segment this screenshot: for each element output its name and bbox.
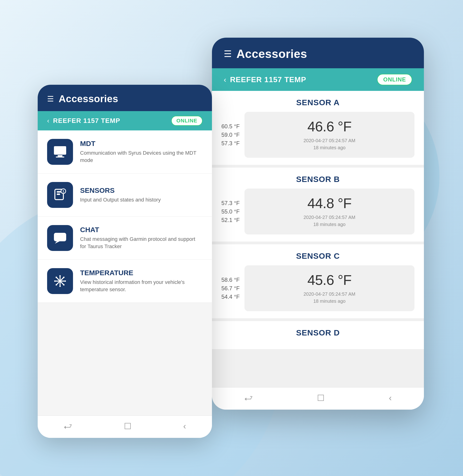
temperature-icon (53, 274, 67, 288)
temperature-desc: View historical information from your ve… (80, 279, 203, 293)
sensor-c-val-3: 54.4 °F (221, 294, 240, 300)
temperature-icon-wrap (47, 268, 73, 294)
front-nav-icon-home[interactable]: ☐ (124, 421, 131, 431)
front-bottom-nav: ⮐ ☐ ‹ (38, 415, 212, 438)
front-app-header: ☰ Accessories (38, 85, 212, 111)
mdt-text: MDT Communication with Syrus Devices usi… (80, 140, 203, 164)
phones-container: ☰ Accessories ‹ REEFER 1157 TEMP ONLINE … (38, 38, 424, 438)
sensor-c-row: 58.6 °F 56.7 °F 54.4 °F 45.6 °F 2020-04-… (212, 265, 424, 311)
front-sub-header: ‹ REEFER 1157 TEMP ONLINE (38, 111, 212, 130)
back-app-header: ☰ Accessories (212, 38, 424, 68)
menu-item-sensors[interactable]: 1 SENSORS Input and Output states and hi… (38, 174, 212, 217)
back-bottom-nav: ⮐ ☐ ‹ (212, 387, 424, 410)
mdt-desc: Communication with Syrus Devices using t… (80, 150, 203, 164)
sensor-b-timestamp: 2020-04-27 05:24:57 AM 18 minutes ago (249, 214, 410, 228)
mdt-name: MDT (80, 140, 203, 148)
back-nav-icon-recent[interactable]: ⮐ (244, 393, 253, 403)
sensor-b-title: SENSOR B (212, 175, 424, 184)
sensor-c-values: 58.6 °F 56.7 °F 54.4 °F (221, 277, 240, 300)
phone-back: ☰ Accessories ‹ REEFER 1157 TEMP ONLINE … (212, 38, 424, 410)
sensor-b-temp: 44.8 °F (249, 195, 410, 212)
sensor-d-title: SENSOR D (212, 328, 424, 337)
front-nav-arrow[interactable]: ‹ (47, 117, 49, 124)
svg-point-18 (59, 275, 61, 277)
svg-point-10 (56, 236, 58, 238)
front-header-title: Accessories (59, 93, 118, 105)
front-menu-list: MDT Communication with Syrus Devices usi… (38, 130, 212, 415)
chat-name: CHAT (80, 226, 203, 234)
svg-point-22 (56, 277, 57, 278)
front-nav-icon-back[interactable]: ‹ (183, 421, 186, 431)
mdt-icon-wrap (47, 139, 73, 165)
back-device-name: REEFER 1157 TEMP (230, 75, 306, 84)
svg-point-19 (59, 286, 61, 287)
sensor-b-row: 57.3 °F 55.0 °F 52.1 °F 44.8 °F 2020-04-… (212, 189, 424, 234)
svg-point-21 (64, 280, 66, 282)
sensor-c-title: SENSOR C (212, 251, 424, 261)
sensor-d-section: SENSOR D (212, 321, 424, 349)
back-sub-header: ‹ REEFER 1157 TEMP ONLINE (212, 68, 424, 91)
chat-desc: Chat messaging with Garmin protocol and … (80, 236, 203, 250)
sensor-b-section: SENSOR B 57.3 °F 55.0 °F 52.1 °F 44.8 °F… (212, 167, 424, 242)
svg-rect-1 (58, 155, 62, 157)
sensors-desc: Input and Output states and history (80, 196, 203, 204)
sensor-a-values: 60.5 °F 59.0 °F 57.3 °F (221, 123, 240, 147)
sensor-b-reading: 44.8 °F 2020-04-27 05:24:57 AM 18 minute… (244, 189, 414, 234)
sensor-a-val-2: 59.0 °F (221, 132, 240, 138)
back-header-title: Accessories (236, 47, 307, 61)
sensors-icon-wrap: 1 (47, 182, 73, 208)
svg-text:1: 1 (62, 189, 64, 193)
back-nav-icon-home[interactable]: ☐ (317, 393, 325, 403)
front-online-badge: ONLINE (171, 116, 203, 126)
sensor-c-val-1: 58.6 °F (221, 277, 240, 283)
svg-point-25 (56, 284, 57, 286)
back-sub-header-left: ‹ REEFER 1157 TEMP (224, 75, 306, 84)
sensor-b-values: 57.3 °F 55.0 °F 52.1 °F (221, 200, 240, 223)
svg-point-20 (54, 280, 56, 282)
svg-point-23 (63, 284, 64, 286)
svg-point-24 (63, 277, 64, 278)
menu-item-chat[interactable]: CHAT Chat messaging with Garmin protocol… (38, 217, 212, 260)
sensor-a-row: 60.5 °F 59.0 °F 57.3 °F 46.6 °F 2020-04-… (212, 112, 424, 158)
back-nav-arrow[interactable]: ‹ (224, 75, 226, 84)
chat-icon-wrap (47, 225, 73, 251)
sensor-c-temp: 45.6 °F (249, 272, 410, 288)
front-nav-icon-recent[interactable]: ⮐ (63, 421, 72, 431)
temperature-name: TEMPERATURE (80, 269, 203, 277)
sensor-c-reading: 45.6 °F 2020-04-27 05:24:57 AM 18 minute… (244, 265, 414, 311)
temperature-text: TEMPERATURE View historical information … (80, 269, 203, 293)
sensor-a-title: SENSOR A (212, 98, 424, 107)
sensor-a-val-1: 60.5 °F (221, 123, 240, 130)
svg-point-11 (59, 236, 61, 238)
svg-rect-5 (57, 194, 60, 195)
front-menu-icon[interactable]: ☰ (47, 95, 54, 103)
sensors-icon: 1 (53, 188, 67, 202)
svg-point-12 (62, 236, 64, 238)
chat-icon (53, 231, 67, 245)
sensor-a-val-3: 57.3 °F (221, 140, 240, 147)
front-device-name: REEFER 1157 TEMP (53, 117, 120, 124)
svg-rect-0 (54, 146, 66, 155)
sensors-text: SENSORS Input and Output states and hist… (80, 186, 203, 204)
sensor-a-reading: 46.6 °F 2020-04-27 05:24:57 AM 18 minute… (244, 112, 414, 158)
sensor-b-val-2: 55.0 °F (221, 208, 240, 215)
back-nav-icon-back[interactable]: ‹ (389, 393, 392, 403)
sensors-name: SENSORS (80, 186, 203, 194)
back-menu-icon[interactable]: ☰ (224, 49, 232, 58)
front-sub-header-left: ‹ REEFER 1157 TEMP (47, 117, 120, 124)
phone-front: ☰ Accessories ‹ REEFER 1157 TEMP ONLINE (38, 85, 212, 438)
back-online-badge: ONLINE (377, 74, 412, 85)
menu-item-mdt[interactable]: MDT Communication with Syrus Devices usi… (38, 130, 212, 174)
sensor-b-val-3: 52.1 °F (221, 217, 240, 223)
svg-point-17 (59, 280, 61, 282)
sensor-c-val-2: 56.7 °F (221, 285, 240, 292)
sensor-a-section: SENSOR A 60.5 °F 59.0 °F 57.3 °F 46.6 °F… (212, 91, 424, 165)
sensor-b-val-1: 57.3 °F (221, 200, 240, 206)
sensor-a-temp: 46.6 °F (249, 118, 410, 135)
sensor-c-timestamp: 2020-04-27 05:24:57 AM 18 minutes ago (249, 291, 410, 305)
mdt-icon (53, 145, 67, 159)
svg-marker-9 (55, 241, 60, 244)
sensor-c-section: SENSOR C 58.6 °F 56.7 °F 54.4 °F 45.6 °F… (212, 244, 424, 318)
menu-item-temperature[interactable]: TEMPERATURE View historical information … (38, 260, 212, 303)
sensor-a-timestamp: 2020-04-27 05:24:57 AM 18 minutes ago (249, 137, 410, 151)
